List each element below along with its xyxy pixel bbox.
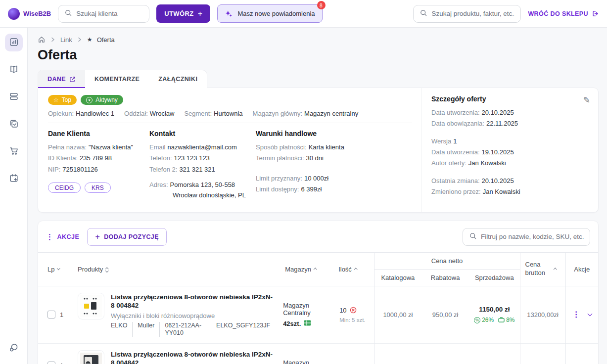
search-icon (64, 9, 72, 18)
sidebar-item-catalog[interactable] (5, 61, 23, 79)
badge-active: ♥ Aktywny (81, 95, 123, 105)
product-category: Wyłączniki i bloki różnicowoprądowe (111, 312, 275, 319)
breadcrumb-current: Oferta (97, 36, 115, 44)
discount-percent-icon: % (474, 317, 480, 323)
sort-up-icon (314, 268, 317, 271)
client-search-input[interactable] (76, 10, 143, 17)
table-row: 1 Listwa przyłączeniowa 8-otworów niebie… (38, 343, 598, 364)
meta-item: Segment:Hurtownia (184, 110, 242, 117)
sort-down-icon (57, 267, 60, 270)
tag-krs[interactable]: KRS (85, 182, 111, 193)
sidebar-item-calendar[interactable] (5, 170, 23, 187)
section-title: Dane Klienta (48, 130, 149, 137)
blocked-icon (350, 307, 357, 314)
cart-icon (9, 146, 19, 157)
tab-komentarze[interactable]: KOMENTARZE (85, 70, 149, 88)
global-search[interactable] (413, 5, 521, 23)
offer-badges: ☆ Top ♥ Aktywny (48, 95, 421, 105)
page-title: Oferta (38, 47, 599, 63)
actions-button[interactable]: ⋮ AKCJE (46, 233, 79, 240)
section-title: Szczegóły oferty (431, 95, 589, 103)
product-image (78, 293, 104, 319)
row-menu-button[interactable]: ⋮ (572, 311, 580, 318)
tab-zalaczniki[interactable]: ZAŁĄCZNIKI (149, 70, 207, 88)
product-image (78, 350, 104, 364)
header-warehouse[interactable]: Magazyn (280, 252, 333, 286)
notifications-label: Masz nowe powiadomienia (237, 10, 315, 17)
add-item-button[interactable]: + DODAJ POZYCJĘ (87, 228, 167, 246)
plus-icon: + (198, 9, 203, 18)
header-quantity[interactable]: Ilość (333, 252, 374, 286)
sort-up-icon (554, 268, 557, 271)
notifications-button[interactable]: Masz nowe powiadomienia 8 (217, 4, 322, 23)
header-actions: Akcje (565, 252, 598, 286)
rows-icon (9, 91, 19, 103)
header-catalog: Katalogowa (374, 269, 421, 286)
items-table: Lp Produkty Magazyn Ilość Cena netto Cen… (38, 252, 598, 364)
search-icon (420, 9, 427, 18)
quantity-value: 10 (339, 307, 346, 314)
tab-dane[interactable]: DANE (38, 70, 85, 88)
header-sale: Sprzedażowa (469, 269, 520, 286)
sort-both-icon (106, 267, 108, 272)
offer-meta-row: Opiekun:Handlowiec 1 Oddział:Wrocław Seg… (48, 110, 421, 117)
brand-name: WiseB2B (23, 10, 51, 17)
star-icon: ☆ (53, 96, 59, 103)
warehouse-name: Magazyn Centralny (283, 302, 328, 317)
wallet-icon (498, 317, 505, 324)
book-icon (9, 64, 19, 76)
items-filter[interactable] (463, 228, 590, 246)
edit-pencil-icon[interactable]: ✎ (583, 95, 590, 105)
create-button[interactable]: UTWÓRZ + (156, 4, 210, 23)
catalog-price: 1000,00 zł (374, 286, 421, 343)
client-data-section: Dane Klienta Pełna nazwa:"Nazwa klienta"… (48, 130, 149, 201)
topbar: WiseB2B UTWÓRZ + Masz nowe powiadomienia… (0, 0, 607, 28)
header-lp[interactable]: Lp (38, 252, 73, 286)
sidebar-item-cart[interactable] (5, 142, 23, 160)
notifications-badge: 8 (317, 1, 326, 9)
brand[interactable]: WiseB2B (8, 8, 51, 20)
row-checkbox[interactable] (47, 311, 55, 318)
address-line-2: Wrocław dolnośląskie, PL (149, 190, 256, 200)
header-gross[interactable]: Cena brutton (520, 252, 565, 286)
meta-item: Opiekun:Handlowiec 1 (48, 110, 114, 117)
home-icon[interactable] (38, 36, 46, 44)
sidebar-item-documents[interactable] (5, 115, 23, 133)
discount-price: 950,00 zł (421, 343, 469, 364)
search-icon (469, 232, 477, 241)
support-chat-icon (8, 342, 19, 355)
offer-details-panel: Szczegóły oferty ✎ Data utworzenia:20.10… (421, 88, 598, 212)
global-search-input[interactable] (431, 10, 514, 17)
product-title[interactable]: Listwa przyłączeniowa 8-otworów niebiesk… (111, 350, 275, 364)
tabs: DANE KOMENTARZE ZAŁĄCZNIKI (38, 70, 207, 88)
contact-section: Kontakt Emailnazwaklienta@mail.com Telef… (149, 130, 256, 201)
product-title[interactable]: Listwa przyłączeniowa 8-otworów niebiesk… (111, 293, 275, 310)
min-quantity: Min: 5 szt. (339, 317, 369, 323)
chevron-right-icon (77, 37, 83, 43)
catalog-price: 1000,00 zł (374, 343, 421, 364)
plus-icon: + (95, 232, 100, 241)
row-expand-chevron[interactable] (587, 311, 592, 316)
offer-items-card: ⋮ AKCJE + DODAJ POZYCJĘ (38, 221, 599, 364)
sidebar-item-dashboard[interactable] (5, 34, 23, 51)
calendar-plus-icon (9, 173, 19, 184)
header-products[interactable]: Produkty (73, 252, 280, 286)
items-filter-input[interactable] (481, 233, 584, 240)
meta-item: Oddział:Wrocław (124, 110, 174, 117)
sidebar-item-lists[interactable] (5, 88, 23, 106)
star-icon: ★ (87, 36, 93, 43)
availability-grid-icon (304, 320, 311, 327)
breadcrumb-link[interactable]: Link (60, 36, 72, 44)
client-search[interactable] (58, 5, 149, 23)
row-checkbox[interactable] (47, 362, 55, 364)
trade-terms-section: Warunki handlowe Sposób płatności:Karta … (256, 130, 421, 201)
tag-ceidg[interactable]: CEIDG (48, 182, 81, 193)
brand-logo-icon (8, 8, 20, 20)
gross-price: 13200,00zł (520, 343, 565, 364)
discount-price: 950,00 zł (421, 286, 469, 343)
breadcrumb: Link ★ Oferta (38, 36, 599, 44)
back-to-shop-link[interactable]: WRÓĆ DO SKLEPU (528, 10, 599, 17)
sidebar-item-support[interactable] (5, 339, 23, 357)
product-meta: ELKOMuller0621-212AA-YY010ELKO_SGFY123JF (111, 322, 275, 337)
kebab-icon: ⋮ (46, 233, 54, 240)
